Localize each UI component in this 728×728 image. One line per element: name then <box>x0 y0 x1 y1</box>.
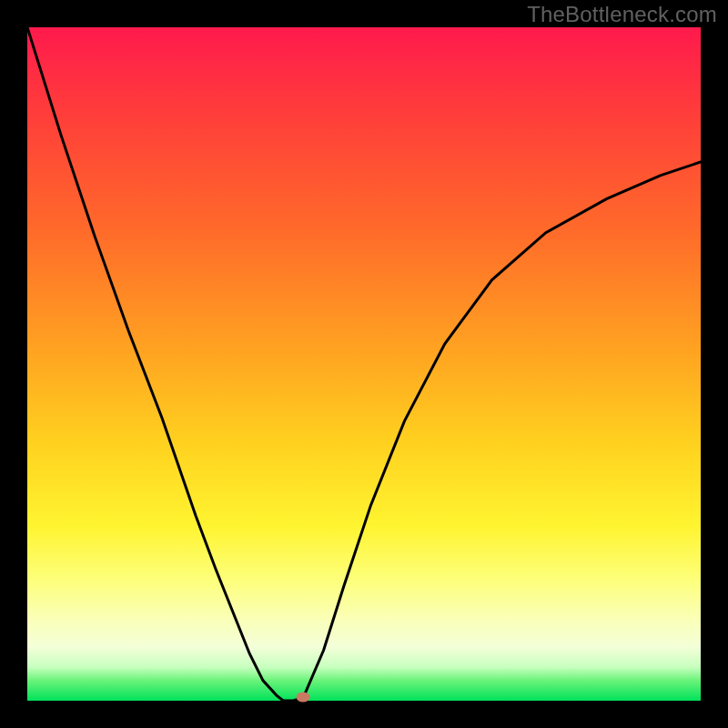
minimum-marker <box>297 693 310 703</box>
bottleneck-curve <box>27 27 701 701</box>
outer-frame: TheBottleneck.com <box>0 0 728 728</box>
watermark-text: TheBottleneck.com <box>527 2 717 27</box>
plot-area <box>27 27 701 701</box>
curve-svg <box>27 27 701 701</box>
